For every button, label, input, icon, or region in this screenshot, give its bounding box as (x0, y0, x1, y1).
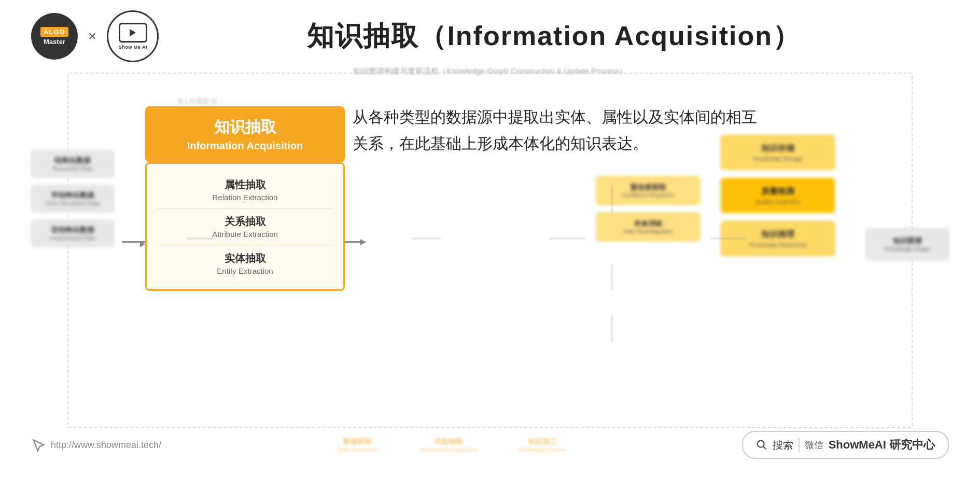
box-en: Quality Inspection (734, 199, 821, 205)
bottom-area: http://www.showmeai.tech/ 数据获取 Data Acqu… (31, 431, 949, 459)
svg-line-9 (763, 446, 766, 450)
box-title-zh: 知识抽取 (161, 117, 329, 138)
showme-ai-logo: Show Me AI (107, 10, 159, 62)
box-zh: 知识存储 (734, 143, 821, 154)
right-boxes: 知识存储 Knowledge Storage 质量检测 Quality Insp… (721, 135, 835, 256)
header: ALGO Master × Show Me AI 知识抽取（Informatio… (0, 0, 980, 67)
logo-area: ALGO Master × Show Me AI (31, 10, 159, 62)
search-label: 搜索 (773, 438, 793, 452)
step1-en: Data Acquisition (338, 446, 379, 453)
divider (799, 438, 800, 452)
box-en: Ontly Disambiguation (607, 229, 689, 234)
sub-items-container: 属性抽取 Relation Extraction 关系抽取 Attribute … (145, 162, 345, 291)
svg-point-8 (757, 441, 764, 447)
sub-item-zh-1: 属性抽取 (157, 178, 333, 192)
flow-top-label: 知识图谱构建与更新流程（Knowledge Graph Construction… (0, 66, 980, 76)
algo-master-logo: ALGO Master (31, 13, 78, 60)
master-text: Master (44, 38, 65, 46)
page-container: ALGO Master × Show Me AI 知识抽取（Informatio… (0, 0, 980, 490)
list-item: 属性抽取 Relation Extraction (157, 172, 333, 208)
showme-screen-icon (119, 23, 147, 43)
box-en: Knowledge Graph (879, 246, 935, 252)
unstructured-zh: 非结构化数据 (42, 226, 103, 235)
website-url: http://www.showmeai.tech/ (31, 438, 161, 452)
step3-en: Knowledge Fusion (519, 446, 566, 453)
semi-structured-en: Semi-Structured Data (42, 200, 103, 206)
step-label-3: 知识加工 Knowledge Fusion (519, 437, 566, 453)
sub-item-zh-3: 实体抽取 (157, 251, 333, 265)
svg-text:第1步骤数据: 第1步骤数据 (177, 97, 217, 105)
quality-inspection-box: 质量检测 Quality Inspection (721, 178, 835, 213)
showmeai-label: ShowMeAI 研究中心 (829, 437, 935, 453)
url-text: http://www.showmeai.tech/ (51, 440, 161, 451)
description-paragraph: 从各种类型的数据源中提取出实体、属性以及实体间的相互关系，在此基础上形成本体化的… (353, 104, 757, 157)
cursor-icon (31, 438, 46, 452)
knowledge-storage-box: 知识存储 Knowledge Storage (721, 135, 835, 170)
unstructured-en: Unstructured Data (42, 235, 103, 241)
box-zh: 知识推理 (734, 229, 821, 240)
confidence-acquisition-box: 置信度获取 Confidence Acquisition (596, 176, 700, 205)
knowledge-graph-box: 知识图谱 Knowledge Graph (866, 228, 949, 260)
description-text: 从各种类型的数据源中提取出实体、属性以及实体间的相互关系，在此基础上形成本体化的… (353, 104, 757, 157)
sub-item-en-3: Entity Extraction (157, 267, 333, 275)
box-zh: 知识图谱 (879, 236, 935, 246)
sub-item-en-1: Relation Extraction (157, 193, 333, 202)
list-item: 关系抽取 Attribute Extraction (157, 208, 333, 245)
step-label-2: 信息抽取 Information Acquisition (420, 437, 478, 453)
mid-right-boxes: 置信度获取 Confidence Acquisition 本体消歧 Ontly … (596, 176, 700, 241)
step2-zh: 信息抽取 (420, 437, 478, 446)
ontology-disambiguation-box: 本体消歧 Ontly Disambiguation (596, 213, 700, 241)
box-en: Knowledge Storage (734, 156, 821, 162)
list-item: 实体抽取 Entity Extraction (157, 245, 333, 282)
page-title: 知识抽取（Information Acquisition） (159, 18, 949, 54)
left-data-sources: 结构化数据 Structured Data 半结构化数据 Semi-Struct… (31, 150, 114, 247)
structured-data-en: Structured Data (42, 165, 103, 172)
algo-text: ALGO (40, 27, 68, 37)
x-separator: × (88, 28, 96, 45)
list-item: 半结构化数据 Semi-Structured Data (31, 185, 114, 212)
box-en: Confidence Acquisition (607, 192, 689, 198)
orange-header-box: 知识抽取 Information Acquisition (145, 106, 345, 162)
box-zh: 本体消歧 (607, 219, 689, 229)
wechat-label: 微信 (805, 439, 823, 451)
showme-ai-text: Show Me AI (119, 45, 147, 50)
knowledge-extraction-box: 知识抽取 Information Acquisition 属性抽取 Relati… (145, 106, 345, 291)
structured-data-zh: 结构化数据 (42, 156, 103, 165)
step2-en: Information Acquisition (420, 446, 478, 453)
search-icon (756, 439, 767, 451)
step1-zh: 数据获取 (338, 437, 379, 446)
bottom-step-labels: 数据获取 Data Acquisition 信息抽取 Information A… (338, 437, 566, 453)
sub-item-en-2: Attribute Extraction (157, 230, 333, 239)
left-arrow-connector (122, 241, 145, 243)
sub-item-zh-2: 关系抽取 (157, 215, 333, 229)
box-zh: 质量检测 (734, 186, 821, 197)
step3-zh: 知识加工 (519, 437, 566, 446)
step-label-1: 数据获取 Data Acquisition (338, 437, 379, 453)
list-item: 非结构化数据 Unstructured Data (31, 220, 114, 247)
list-item: 结构化数据 Structured Data (31, 150, 114, 177)
box-en: Knowledge Reasoning (734, 242, 821, 248)
right-arrow-connector (345, 241, 366, 243)
box-zh: 置信度获取 (607, 183, 689, 192)
box-title-en: Information Acquisition (161, 140, 329, 152)
semi-structured-zh: 半结构化数据 (42, 191, 103, 200)
knowledge-reasoning-box: 知识推理 Knowledge Reasoning (721, 221, 835, 256)
search-wechat-box[interactable]: 搜索 微信 ShowMeAI 研究中心 (742, 431, 949, 459)
